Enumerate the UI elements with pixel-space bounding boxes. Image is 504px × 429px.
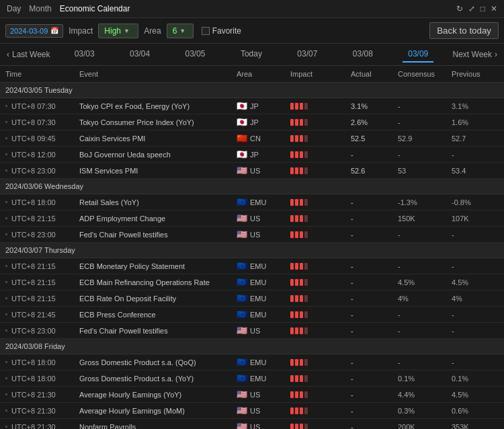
tab-day[interactable]: Day [7, 4, 21, 13]
country-flag: 🇺🇸 [237, 229, 247, 239]
time-cell: UTC+8 21:30 [5, 423, 79, 430]
impact-cell [290, 151, 351, 158]
table-row[interactable]: UTC+8 12:00BoJ Governor Ueda speech🇯🇵JP-… [0, 147, 504, 163]
impact-bar [304, 215, 308, 222]
previous-value: 3.1% [452, 102, 499, 110]
prev-week-label: Last Week [12, 50, 50, 59]
table-row[interactable]: UTC+8 21:15ECB Rate On Deposit Facility🇪… [0, 290, 504, 307]
consensus-value: 4.5% [398, 278, 452, 286]
table-row[interactable]: UTC+8 07:30Tokyo CPI ex Food, Energy (Yo… [0, 98, 504, 114]
consensus-value: 150K [398, 214, 452, 223]
actual-value: 52.5 [351, 134, 398, 143]
area-dropdown[interactable]: 6 ▼ [167, 24, 194, 38]
impact-bar [290, 375, 294, 382]
event-dot [5, 377, 7, 379]
favorite-checkbox[interactable] [202, 27, 210, 35]
impact-cell [290, 327, 351, 334]
country-flag: 🇪🇺 [237, 309, 247, 319]
col-consensus: Consensus [398, 70, 452, 78]
area-name: US [250, 423, 260, 430]
day-tab-5[interactable]: 03/08 [347, 46, 378, 63]
impact-bar [300, 359, 303, 366]
close-icon[interactable]: ✕ [491, 4, 497, 13]
next-week-button[interactable]: Next Week › [446, 47, 504, 62]
maximize-icon[interactable]: □ [480, 4, 485, 13]
impact-dropdown[interactable]: High ▼ [98, 24, 138, 38]
area-name: JP [250, 102, 259, 110]
event-name: ECB Main Refinancing Operations Rate [79, 278, 237, 286]
date-picker[interactable]: 2024-03-09 📅 [5, 24, 63, 38]
country-flag: 🇺🇸 [237, 422, 247, 429]
day-tab-today[interactable]: Today [235, 46, 267, 63]
time-cell: UTC+8 21:15 [5, 295, 79, 303]
table-row[interactable]: UTC+8 23:00ISM Services PMI🇺🇸US52.65353.… [0, 163, 504, 179]
area-cell: 🇪🇺EMU [237, 197, 290, 207]
time-value: UTC+8 21:15 [11, 295, 56, 303]
impact-bar [290, 167, 294, 174]
section-header-3: 2024/03/08 Friday [0, 339, 504, 354]
impact-bar [300, 279, 303, 286]
country-flag: 🇯🇵 [237, 101, 247, 111]
table-row[interactable]: UTC+8 18:00Retail Sales (YoY)🇪🇺EMU--1.3%… [0, 194, 504, 210]
consensus-value: - [398, 151, 452, 159]
prev-week-button[interactable]: ‹ Last Week [0, 47, 56, 62]
table-row[interactable]: UTC+8 21:15ECB Monetary Policy Statement… [0, 258, 504, 274]
tab-month[interactable]: Month [29, 4, 51, 13]
area-name: EMU [250, 358, 266, 366]
impact-bar [290, 103, 294, 110]
event-name: ADP Employment Change [79, 214, 237, 223]
time-value: UTC+8 23:00 [11, 327, 56, 335]
event-name: BoJ Governor Ueda speech [79, 151, 237, 159]
expand-icon[interactable]: ⤢ [468, 4, 475, 13]
actual-value: - [351, 423, 398, 430]
impact-bar [300, 119, 303, 126]
table-row[interactable]: UTC+8 21:30Nonfarm Payrolls🇺🇸US-200K353K [0, 419, 504, 429]
table-row[interactable]: UTC+8 18:00Gross Domestic Product s.a. (… [0, 354, 504, 370]
area-label: Area [144, 26, 161, 36]
table-row[interactable]: UTC+8 09:45Caixin Services PMI🇨🇳CN52.552… [0, 130, 504, 147]
time-cell: UTC+8 23:00 [5, 167, 79, 175]
impact-cell [290, 391, 351, 398]
actual-value: - [351, 278, 398, 286]
day-tab-0[interactable]: 03/03 [69, 46, 100, 63]
impact-bar [290, 311, 294, 318]
time-value: UTC+8 21:45 [11, 311, 56, 319]
country-flag: 🇪🇺 [237, 293, 247, 303]
impact-bar [300, 327, 303, 334]
event-name: ECB Monetary Policy Statement [79, 262, 237, 270]
day-tab-1[interactable]: 03/04 [124, 46, 155, 63]
day-tab-6[interactable]: 03/09 [403, 46, 433, 63]
table-row[interactable]: UTC+8 23:00Fed's Chair Powell testifies🇺… [0, 227, 504, 243]
time-value: UTC+8 12:00 [11, 151, 56, 159]
col-impact: Impact [290, 70, 351, 78]
previous-value: 1.6% [452, 118, 499, 126]
refresh-icon[interactable]: ↻ [456, 4, 463, 13]
table-row[interactable]: UTC+8 21:30Average Hourly Earnings (YoY)… [0, 387, 504, 403]
event-name: Average Hourly Earnings (MoM) [79, 407, 237, 415]
table-row[interactable]: UTC+8 21:15ADP Employment Change🇺🇸US-150… [0, 210, 504, 227]
time-cell: UTC+8 07:30 [5, 102, 79, 110]
table-row[interactable]: UTC+8 21:45ECB Press Conference🇪🇺EMU--- [0, 307, 504, 323]
area-cell: 🇨🇳CN [237, 133, 290, 143]
table-row[interactable]: UTC+8 18:00Gross Domestic Product s.a. (… [0, 370, 504, 387]
area-name: US [250, 391, 260, 399]
table-row[interactable]: UTC+8 23:00Fed's Chair Powell testifies🇺… [0, 323, 504, 339]
favorite-label: Favorite [212, 26, 241, 36]
event-dot [5, 426, 7, 428]
time-value: UTC+8 23:00 [11, 167, 56, 175]
actual-value: 52.6 [351, 167, 398, 175]
impact-bar [300, 391, 303, 398]
day-tab-2[interactable]: 03/05 [180, 46, 211, 63]
table-row[interactable]: UTC+8 21:30Average Hourly Earnings (MoM)… [0, 403, 504, 419]
day-tab-4[interactable]: 03/07 [292, 46, 323, 63]
area-name: JP [250, 151, 259, 159]
table-row[interactable]: UTC+8 21:15ECB Main Refinancing Operatio… [0, 274, 504, 290]
col-previous: Previous [452, 70, 499, 78]
back-to-today-button[interactable]: Back to today [429, 22, 499, 39]
table-row[interactable]: UTC+8 07:30Tokyo Consumer Price Index (Y… [0, 114, 504, 130]
tab-economic-calendar[interactable]: Economic Calendar [60, 4, 130, 13]
impact-bar [304, 103, 308, 110]
date-value: 2024-03-09 [10, 27, 48, 35]
area-name: US [250, 214, 260, 223]
actual-value: - [351, 262, 398, 270]
